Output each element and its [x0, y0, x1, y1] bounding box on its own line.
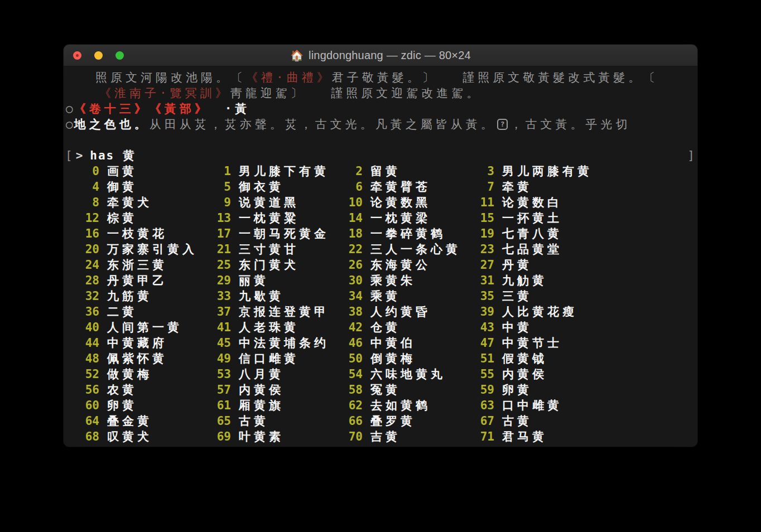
result-item[interactable]: 51假黄钺 [478, 351, 609, 366]
text-segment: 从田从炗，炗亦聲。炗，古文光。凡黃之屬皆从黃。 [150, 118, 496, 131]
result-item[interactable]: 50倒黄梅 [346, 351, 478, 366]
result-index: 33 [214, 288, 231, 304]
result-item[interactable]: 26东海黄公 [346, 257, 478, 273]
result-term: 中黄伯 [370, 335, 416, 351]
result-item[interactable]: 47中黄节士 [478, 335, 609, 351]
result-item[interactable]: 40人间第一黄 [83, 320, 214, 335]
result-item[interactable]: 64叠金黄 [83, 413, 214, 429]
result-item[interactable]: 2留黄 [346, 163, 478, 179]
result-item[interactable]: 21三寸黄甘 [214, 241, 346, 257]
result-item[interactable]: 17一朝马死黄金 [214, 226, 346, 241]
result-item[interactable]: 6牵黄臂苍 [346, 179, 478, 195]
result-item[interactable]: 24东浙三黄 [83, 257, 214, 273]
result-item[interactable]: 19七青八黄 [478, 226, 609, 241]
result-item[interactable]: 9说黄道黑 [214, 195, 346, 210]
result-index: 64 [83, 413, 99, 429]
search-query[interactable]: has 黄 [90, 148, 136, 163]
result-item[interactable]: 39人比黄花瘦 [478, 304, 609, 320]
result-item[interactable]: 5御衣黄 [214, 179, 346, 195]
text-segment: 《淮南子·覽冥訓》 [99, 86, 230, 100]
result-item[interactable]: 59卵黄 [478, 382, 609, 398]
close-dot-icon [76, 54, 79, 57]
close-button[interactable] [73, 51, 81, 60]
result-item[interactable]: 7牵黄 [478, 179, 609, 195]
result-item[interactable]: 38人约黄昏 [346, 304, 478, 320]
result-term: 画黄 [107, 163, 137, 179]
result-item[interactable]: 55内黄侯 [478, 366, 609, 382]
result-term: 去如黄鹤 [370, 398, 431, 413]
entry-marker-icon: ○ [65, 102, 74, 115]
result-item[interactable]: 18一拳碎黄鹤 [346, 226, 478, 241]
result-item[interactable]: 67古黄 [478, 413, 609, 429]
result-item[interactable]: 32九筋黄 [83, 288, 214, 304]
result-item[interactable]: 42仓黄 [346, 320, 478, 335]
result-item[interactable]: 34乘黄 [346, 288, 478, 304]
result-term: 东门黄犬 [239, 257, 299, 273]
result-term: 吉黄 [370, 429, 401, 444]
result-item[interactable]: 49信口雌黄 [214, 351, 346, 366]
result-item[interactable]: 12棕黄 [83, 210, 214, 226]
output-line: ○《卷十三》《黃部》 ·黃 [64, 101, 697, 117]
result-item[interactable]: 20万家寨引黄入 [83, 241, 214, 257]
result-item[interactable]: 41人老珠黄 [214, 320, 346, 335]
result-item[interactable]: 28丹黄甲乙 [83, 273, 214, 288]
result-item[interactable]: 29丽黄 [214, 273, 346, 288]
result-item[interactable]: 58冤黄 [346, 382, 478, 398]
result-item[interactable]: 13一枕黄粱 [214, 210, 346, 226]
result-item[interactable]: 65古黄 [214, 413, 346, 429]
result-item[interactable]: 1男儿膝下有黄 [214, 163, 346, 179]
result-item[interactable]: 68叹黄犬 [83, 429, 214, 444]
result-item[interactable]: 60卵黄 [83, 398, 214, 413]
result-index: 9 [214, 195, 231, 210]
result-index: 17 [214, 226, 231, 241]
result-index: 39 [478, 304, 494, 320]
result-index: 12 [83, 210, 99, 226]
result-item[interactable]: 35三黄 [478, 288, 609, 304]
result-item[interactable]: 4御黄 [83, 179, 214, 195]
result-item[interactable]: 46中黄伯 [346, 335, 478, 351]
result-item[interactable]: 43中黄 [478, 320, 609, 335]
result-index: 58 [346, 382, 363, 398]
result-item[interactable]: 63口中雌黄 [478, 398, 609, 413]
result-item[interactable]: 61厢黄旗 [214, 398, 346, 413]
minimize-button[interactable] [94, 51, 103, 60]
result-index: 71 [478, 429, 494, 444]
result-item[interactable]: 31九觔黄 [478, 273, 609, 288]
result-term: 三寸黄甘 [239, 241, 299, 257]
result-term: 农黄 [107, 382, 137, 398]
result-item[interactable]: 14一枕黄梁 [346, 210, 478, 226]
title-bar[interactable]: 🏠 lingdonghuang — zdic — 80×24 [64, 45, 697, 66]
result-item[interactable]: 8牵黄犬 [83, 195, 214, 210]
result-item[interactable]: 16一枝黄花 [83, 226, 214, 241]
result-item[interactable]: 44中黄藏府 [83, 335, 214, 351]
search-prompt-line[interactable]: [ > has 黄 ] [64, 148, 697, 163]
result-item[interactable]: 53八月黄 [214, 366, 346, 382]
result-index: 68 [83, 429, 99, 444]
result-item[interactable]: 57内黄侯 [214, 382, 346, 398]
result-item[interactable]: 70吉黄 [346, 429, 478, 444]
result-item[interactable]: 56农黄 [83, 382, 214, 398]
result-item[interactable]: 52做黄梅 [83, 366, 214, 382]
result-item[interactable]: 10论黄数黑 [346, 195, 478, 210]
result-item[interactable]: 62去如黄鹤 [346, 398, 478, 413]
result-item[interactable]: 45中法黄埔条约 [214, 335, 346, 351]
result-item[interactable]: 69叶黄素 [214, 429, 346, 444]
result-item[interactable]: 37京报连登黄甲 [214, 304, 346, 320]
result-item[interactable]: 25东门黄犬 [214, 257, 346, 273]
result-item[interactable]: 48佩紫怀黄 [83, 351, 214, 366]
result-item[interactable]: 27丹黄 [478, 257, 609, 273]
result-item[interactable]: 0画黄 [83, 163, 214, 179]
result-item[interactable]: 71君马黄 [478, 429, 609, 444]
zoom-button[interactable] [115, 51, 124, 60]
result-item[interactable]: 11论黄数白 [478, 195, 609, 210]
result-item[interactable]: 66叠罗黄 [346, 413, 478, 429]
result-item[interactable]: 54六味地黄丸 [346, 366, 478, 382]
result-term: 三黄 [502, 288, 532, 304]
result-item[interactable]: 33九歇黄 [214, 288, 346, 304]
result-item[interactable]: 3男儿两膝有黄 [478, 163, 609, 179]
result-item[interactable]: 36二黄 [83, 304, 214, 320]
result-item[interactable]: 22三人一条心黄 [346, 241, 478, 257]
result-item[interactable]: 23七品黄堂 [478, 241, 609, 257]
result-item[interactable]: 15一抔黄土 [478, 210, 609, 226]
result-item[interactable]: 30乘黄朱 [346, 273, 478, 288]
